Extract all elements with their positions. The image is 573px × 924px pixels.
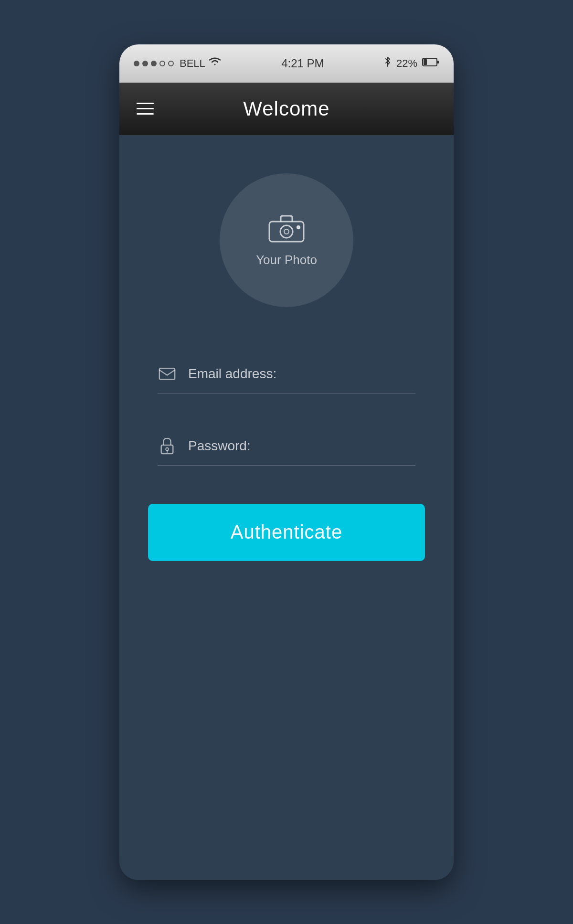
signal-dot-3 [151, 61, 157, 66]
email-field-row [158, 355, 415, 393]
bluetooth-icon [384, 56, 392, 71]
svg-point-4 [280, 225, 293, 238]
svg-rect-2 [437, 61, 439, 64]
battery-icon [422, 57, 439, 70]
status-time: 4:21 PM [281, 57, 324, 70]
authenticate-button[interactable]: Authenticate [148, 504, 425, 561]
signal-dot-1 [134, 61, 139, 66]
nav-bar: Welcome [119, 83, 454, 135]
status-right: 22% [384, 56, 439, 71]
signal-dot-4 [159, 61, 165, 66]
hamburger-line-2 [137, 108, 154, 109]
hamburger-line-3 [137, 113, 154, 115]
svg-point-5 [284, 229, 289, 234]
email-input[interactable] [188, 366, 415, 382]
nav-title: Welcome [243, 97, 329, 120]
status-left: BELL [134, 57, 222, 70]
wifi-icon [208, 57, 222, 70]
carrier-text: BELL [180, 57, 205, 70]
photo-upload-area[interactable]: Your Photo [220, 173, 353, 307]
email-icon [158, 364, 177, 383]
status-bar: BELL 4:21 PM 22% [119, 44, 454, 83]
svg-rect-3 [269, 222, 304, 242]
phone-frame: BELL 4:21 PM 22% [119, 44, 454, 880]
svg-point-6 [297, 226, 300, 229]
password-input[interactable] [188, 438, 415, 454]
svg-rect-7 [159, 368, 175, 379]
main-content: Your Photo [119, 135, 454, 880]
signal-dot-5 [168, 61, 174, 66]
camera-icon [267, 213, 306, 246]
field-spacer [158, 393, 415, 427]
lock-icon [158, 436, 177, 456]
photo-label: Your Photo [256, 253, 317, 267]
hamburger-menu[interactable] [137, 103, 154, 115]
password-field-row [158, 427, 415, 466]
svg-rect-1 [424, 59, 427, 65]
form-section [148, 355, 425, 466]
hamburger-line-1 [137, 103, 154, 104]
battery-percent: 22% [396, 57, 417, 70]
signal-dot-2 [142, 61, 148, 66]
